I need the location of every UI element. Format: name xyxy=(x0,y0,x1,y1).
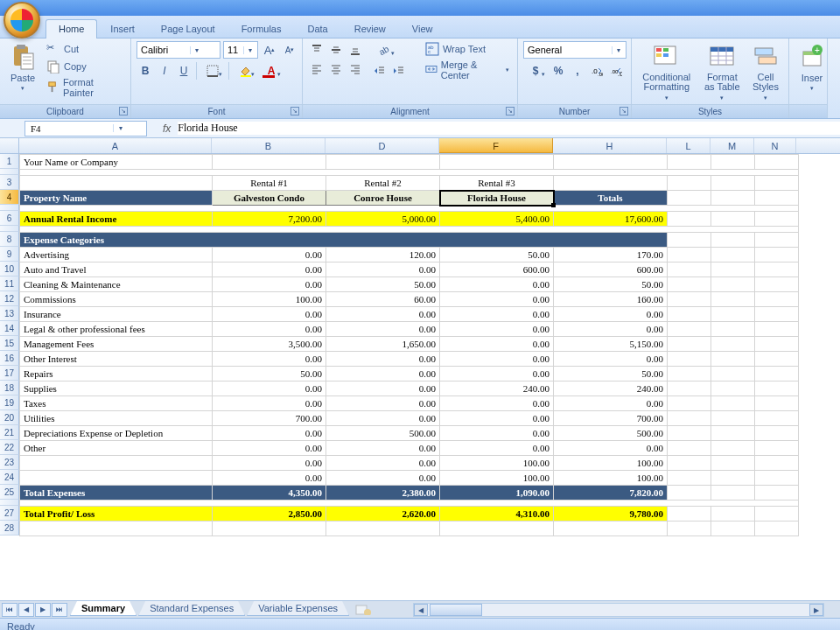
format-painter-button[interactable]: Format Painter xyxy=(44,76,125,99)
cell[interactable]: 9,780.00 xyxy=(554,507,668,522)
cell[interactable]: 700.00 xyxy=(213,411,326,426)
cell[interactable] xyxy=(20,206,799,212)
row-header[interactable]: 4 xyxy=(0,190,19,205)
accounting-format-button[interactable]: $ xyxy=(523,62,548,80)
tab-page-layout[interactable]: Page Layout xyxy=(148,19,228,38)
row-header[interactable]: 17 xyxy=(0,366,19,381)
row-header[interactable]: 18 xyxy=(0,381,19,396)
cell[interactable] xyxy=(668,396,711,411)
row-header[interactable]: 16 xyxy=(0,351,19,366)
row-header[interactable]: 20 xyxy=(0,410,19,425)
cell[interactable]: 7,820.00 xyxy=(554,486,668,500)
cell[interactable] xyxy=(755,382,799,396)
row-header[interactable]: 10 xyxy=(0,262,19,276)
name-box-input[interactable] xyxy=(25,123,113,134)
cell[interactable] xyxy=(554,155,668,170)
tab-nav-first[interactable]: ⏮ xyxy=(2,603,18,617)
cell[interactable] xyxy=(755,367,799,382)
cell[interactable]: 0.00 xyxy=(213,248,326,262)
cell[interactable]: 0.00 xyxy=(213,426,326,441)
cell[interactable] xyxy=(20,522,213,536)
cell[interactable] xyxy=(668,337,711,352)
cell[interactable] xyxy=(711,396,755,411)
cell[interactable] xyxy=(20,500,799,507)
cell[interactable]: 0.00 xyxy=(440,277,554,292)
cell[interactable] xyxy=(711,352,755,367)
cell[interactable]: 0.00 xyxy=(326,352,440,367)
cell[interactable] xyxy=(20,170,799,176)
cell[interactable]: 0.00 xyxy=(326,456,440,471)
orientation-button[interactable]: ab xyxy=(371,41,397,59)
tab-home[interactable]: Home xyxy=(46,19,97,38)
cell[interactable] xyxy=(711,277,755,292)
cell[interactable] xyxy=(326,155,440,170)
cell[interactable]: 500.00 xyxy=(326,426,440,441)
scroll-left-button[interactable]: ◀ xyxy=(414,604,428,616)
cell[interactable]: Your Name or Company xyxy=(20,155,213,170)
wrap-text-button[interactable]: abcWrap Text xyxy=(423,41,512,57)
cell[interactable]: 0.00 xyxy=(213,322,326,337)
cell[interactable]: 0.00 xyxy=(440,337,554,352)
border-button[interactable] xyxy=(200,62,225,80)
cell[interactable]: 0.00 xyxy=(440,441,554,456)
sheet-tab-standard-expenses[interactable]: Standard Expenses xyxy=(138,601,245,616)
align-top-button[interactable] xyxy=(308,41,326,59)
row-header[interactable]: 8 xyxy=(0,232,19,247)
col-header-A[interactable]: A xyxy=(19,138,212,153)
cell[interactable] xyxy=(668,155,711,170)
col-header-D[interactable]: D xyxy=(326,138,439,153)
sheet-tab-variable-expenses[interactable]: Variable Expenses xyxy=(247,601,349,616)
cell[interactable]: Repairs xyxy=(20,367,213,382)
col-header-B[interactable]: B xyxy=(212,138,326,153)
merge-center-button[interactable]: Merge & Center▾ xyxy=(423,59,512,81)
align-right-button[interactable] xyxy=(346,60,364,78)
cell[interactable]: 0.00 xyxy=(440,411,554,426)
row-header[interactable]: 19 xyxy=(0,396,19,410)
font-name-combo[interactable]: ▾ xyxy=(136,41,220,59)
cell[interactable]: 170.00 xyxy=(554,248,668,262)
cell[interactable] xyxy=(711,426,755,441)
cell[interactable]: Conroe House xyxy=(326,191,440,206)
cell[interactable]: Management Fees xyxy=(20,337,213,352)
cell[interactable]: 0.00 xyxy=(213,307,326,322)
cell[interactable]: 600.00 xyxy=(440,262,554,277)
row-header[interactable]: 9 xyxy=(0,247,19,262)
row-header[interactable]: 1 xyxy=(0,154,19,169)
cell[interactable]: 50.00 xyxy=(213,367,326,382)
cell[interactable]: Depreciations Expense or Depletion xyxy=(20,426,213,441)
row-header[interactable]: 28 xyxy=(0,521,19,536)
cell[interactable]: 0.00 xyxy=(326,322,440,337)
cell[interactable] xyxy=(755,262,799,277)
cell[interactable] xyxy=(755,212,799,227)
cell[interactable]: Cleaning & Maintenance xyxy=(20,277,213,292)
decrease-decimal-button[interactable]: .00.0 xyxy=(607,62,625,80)
cell[interactable]: 0.00 xyxy=(326,382,440,396)
cell[interactable]: Other Interest xyxy=(20,352,213,367)
cell[interactable]: 2,620.00 xyxy=(326,507,440,522)
cell[interactable] xyxy=(755,456,799,471)
chevron-down-icon[interactable]: ▾ xyxy=(612,46,624,54)
align-middle-button[interactable] xyxy=(327,41,345,59)
cell[interactable]: 0.00 xyxy=(213,441,326,456)
cell[interactable] xyxy=(711,292,755,307)
chevron-down-icon[interactable]: ▾ xyxy=(190,46,202,54)
launcher-icon[interactable]: ↘ xyxy=(119,107,128,116)
cell[interactable]: Total Expenses xyxy=(20,486,213,500)
cell[interactable]: 700.00 xyxy=(554,411,668,426)
align-center-button[interactable] xyxy=(327,60,345,78)
col-header-N[interactable]: N xyxy=(754,138,796,153)
insert-cells-button[interactable]: + Inser ▾ xyxy=(794,41,830,94)
cell[interactable]: 4,350.00 xyxy=(213,486,326,500)
cell[interactable] xyxy=(668,411,711,426)
row-header[interactable] xyxy=(0,500,19,506)
row-header[interactable]: 15 xyxy=(0,336,19,351)
cell[interactable]: Auto and Travel xyxy=(20,262,213,277)
cell[interactable]: 100.00 xyxy=(554,471,668,486)
cell[interactable]: Property Name xyxy=(20,191,213,206)
cell[interactable]: 5,150.00 xyxy=(554,337,668,352)
cell[interactable]: 0.00 xyxy=(440,352,554,367)
cell[interactable] xyxy=(711,441,755,456)
cell[interactable] xyxy=(755,411,799,426)
formula-input[interactable] xyxy=(178,122,840,135)
cell[interactable]: 240.00 xyxy=(440,382,554,396)
